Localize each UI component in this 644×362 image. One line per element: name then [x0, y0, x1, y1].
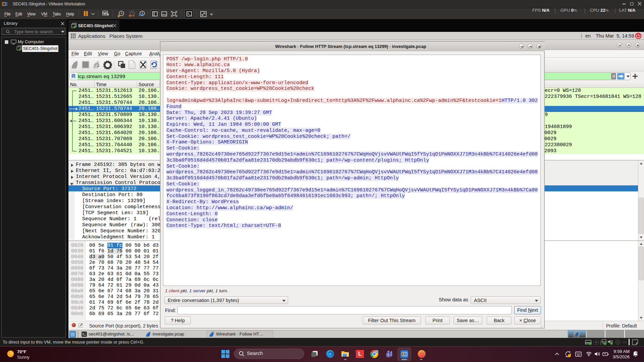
- svg-text:T: T: [387, 353, 389, 357]
- svg-text:z: z: [637, 351, 638, 353]
- svg-text:0111: 0111: [130, 67, 135, 69]
